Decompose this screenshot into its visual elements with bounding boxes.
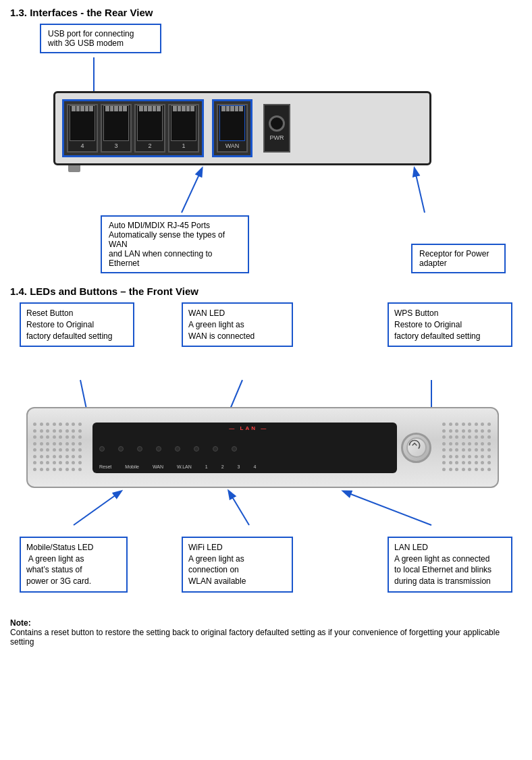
front-view-title: 1.4. LEDs and Buttons – the Front View	[10, 286, 522, 297]
lan1-led-dot	[175, 446, 180, 452]
wps-icon	[408, 439, 421, 452]
port-4: 4	[67, 104, 98, 153]
wan-led-callout-text: WAN LEDA green light asWAN is connected	[188, 308, 255, 341]
wlan-label: W.LAN	[177, 464, 192, 469]
note-section: Note: Contains a reset button to restore…	[10, 618, 522, 647]
mobile-callout-text: Mobile/Status LED A green light aswhat’s…	[26, 543, 93, 586]
wan-led-callout-box: WAN LEDA green light asWAN is connected	[182, 302, 293, 347]
lan3-led-item	[213, 446, 218, 452]
auto-mdi-callout-box: Auto MDI/MDIX RJ-45 PortsAutomatically s…	[101, 215, 249, 273]
lan-callout-box: LAN LEDA green light as connectedto loca…	[388, 537, 512, 593]
wan-port-label: WAN	[225, 142, 240, 149]
rear-view-container: USB port for connectingwith 3G USB modem	[13, 24, 519, 273]
usb-callout-text: USB port for connectingwith 3G USB modem	[48, 29, 134, 48]
svg-line-2	[415, 169, 425, 213]
router-front-chassis: — LAN —	[26, 407, 499, 488]
pwr-port: PWR	[263, 104, 290, 153]
rear-view-section: 1.3. Interfaces - the Rear View USB port…	[10, 7, 522, 273]
lan2-label: 2	[221, 464, 224, 469]
wps-button-inner	[406, 437, 427, 458]
mobile-callout-box: Mobile/Status LED A green light aswhat’s…	[20, 537, 128, 593]
wlan-led-dot	[156, 446, 161, 452]
svg-line-13	[344, 491, 431, 525]
reset-led-dot	[99, 446, 105, 452]
receptor-callout-box: Receptor for Power adapter	[411, 244, 506, 273]
right-speaker-grille	[437, 417, 498, 478]
rear-view-title: 1.3. Interfaces - the Rear View	[10, 7, 522, 18]
port-3-label: 3	[114, 142, 117, 149]
wan-led-item	[137, 446, 142, 452]
port-1: 1	[168, 104, 199, 153]
wps-button[interactable]	[401, 433, 431, 463]
svg-line-1	[182, 169, 202, 213]
lan-callout-text: LAN LEDA green light as connectedto loca…	[394, 543, 491, 586]
mobile-label: Mobile	[125, 464, 139, 469]
pwr-circle	[269, 115, 285, 132]
wan-label: WAN	[153, 464, 163, 469]
wps-callout-box: WPS ButtonRestore to Originalfactory def…	[388, 302, 512, 347]
led-panel: — LAN —	[92, 423, 397, 473]
port-3: 3	[101, 104, 132, 153]
port-2-label: 2	[148, 142, 151, 149]
wan-port: WAN	[217, 104, 248, 153]
reset-callout-box: Reset ButtonRestore to Originalfactory d…	[20, 302, 134, 347]
svg-line-12	[229, 491, 249, 525]
pwr-label: PWR	[270, 134, 284, 141]
mobile-led-dot	[118, 446, 124, 452]
front-view-container: Reset ButtonRestore to Originalfactory d…	[13, 302, 519, 606]
lan-ports-group: 4 3 2	[62, 99, 204, 157]
lan-label: — LAN —	[229, 425, 268, 431]
svg-line-11	[74, 491, 121, 525]
port-2: 2	[134, 104, 165, 153]
receptor-callout-text: Receptor for Power adapter	[419, 249, 489, 268]
chassis-body: 4 3 2	[53, 91, 431, 165]
lan4-led-item	[232, 446, 237, 452]
lan4-label: 4	[254, 464, 257, 469]
led-label-row: Reset Mobile WAN W.LAN 1 2 3 4	[99, 464, 390, 469]
note-title: Note:	[10, 618, 31, 628]
lan3-label: 3	[238, 464, 240, 469]
usb-callout-box: USB port for connectingwith 3G USB modem	[40, 24, 161, 53]
auto-mdi-callout-text: Auto MDI/MDIX RJ-45 PortsAutomatically s…	[109, 221, 225, 268]
wps-callout-text: WPS ButtonRestore to Originalfactory def…	[394, 308, 480, 341]
wan-led-dot	[137, 446, 142, 452]
reset-led-item	[99, 446, 105, 452]
front-view-section: 1.4. LEDs and Buttons – the Front View	[10, 286, 522, 606]
mobile-led-item	[118, 446, 124, 452]
lan1-led-item	[175, 446, 180, 452]
wifi-callout-text: WiFi LEDA green light asconnection onWLA…	[188, 543, 246, 586]
left-speaker-grille	[28, 417, 88, 478]
lan4-led-dot	[232, 446, 237, 452]
wifi-callout-box: WiFi LEDA green light asconnection onWLA…	[182, 537, 293, 593]
wan-port-group: WAN	[212, 99, 252, 157]
lan2-led-item	[194, 446, 199, 452]
port-4-label: 4	[80, 142, 84, 149]
wlan-led-item	[156, 446, 161, 452]
reset-callout-text: Reset ButtonRestore to Originalfactory d…	[26, 308, 112, 341]
lan1-label: 1	[205, 464, 208, 469]
front-chassis-body: — LAN —	[26, 407, 499, 488]
led-indicator-row	[99, 436, 390, 462]
note-text: Contains a reset button to restore the s…	[10, 628, 522, 647]
lan3-led-dot	[213, 446, 218, 452]
reset-label: Reset	[99, 464, 111, 469]
router-rear-chassis: 4 3 2	[53, 91, 431, 165]
lan2-led-dot	[194, 446, 199, 452]
port-1-label: 1	[182, 142, 185, 149]
